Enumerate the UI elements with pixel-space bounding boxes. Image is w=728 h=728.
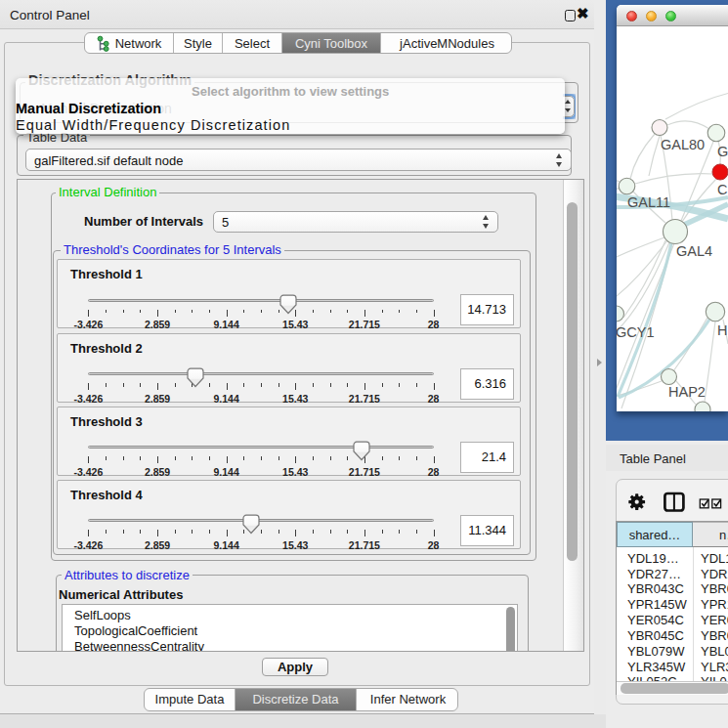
svg-text:GA: GA [717,144,728,159]
svg-text:GAL80: GAL80 [661,137,705,152]
svg-text:GAL11: GAL11 [627,194,670,210]
svg-text:GCY1: GCY1 [617,324,655,340]
svg-text:C: C [717,182,727,197]
svg-text:HAP2: HAP2 [668,384,706,400]
svg-text:GAL4: GAL4 [676,243,712,259]
svg-text:H: H [717,322,727,338]
